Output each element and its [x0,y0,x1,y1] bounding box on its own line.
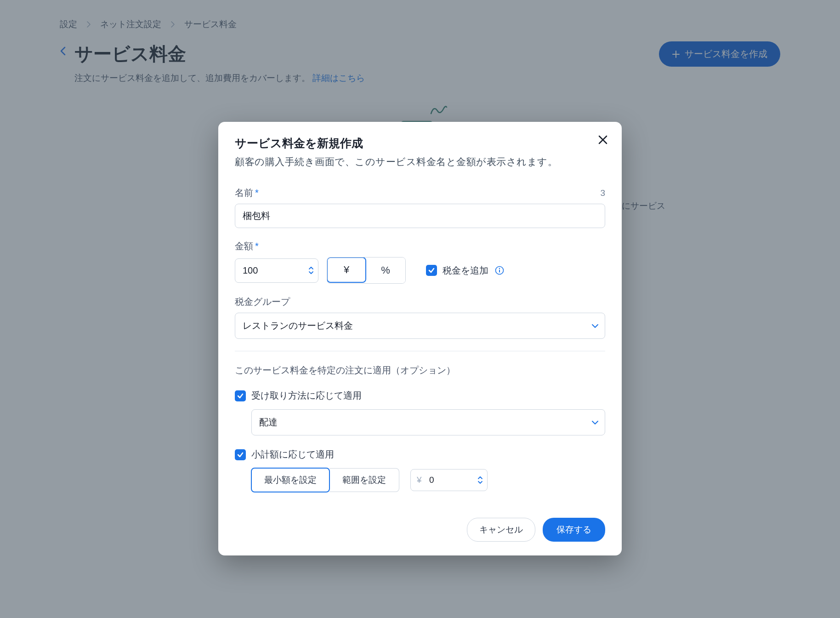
info-icon[interactable] [495,266,504,275]
add-tax-checkbox[interactable] [426,265,437,276]
create-service-fee-modal: サービス料金を新規作成 顧客の購入手続き画面で、このサービス料金名と金額が表示さ… [218,122,622,555]
tax-group-field-group: 税金グループ レストランのサービス料金 [235,296,605,339]
add-tax-label: 税金を追加 [443,264,488,277]
chevron-up-icon[interactable] [477,476,483,480]
apply-pickup-checkbox[interactable] [235,390,246,401]
apply-pickup-section: 受け取り方法に応じて適用 配達 [235,389,605,435]
apply-pickup-label: 受け取り方法に応じて適用 [251,389,362,402]
percent-button[interactable]: % [366,258,405,283]
tax-group-label: 税金グループ [235,296,290,308]
yen-button[interactable]: ¥ [327,257,366,283]
number-spinner [477,476,483,484]
subtotal-min-input[interactable] [410,469,488,491]
amount-field-group: 金額* ¥ % [235,240,605,284]
name-field-group: 名前* 3 [235,187,605,228]
chevron-down-icon[interactable] [477,481,483,484]
amount-type-segment: ¥ % [327,257,406,284]
apply-subtotal-section: 小計額に応じて適用 最小額を設定 範囲を設定 ¥ [235,448,605,492]
number-spinner [308,266,314,275]
apply-section-title: このサービス料金を特定の注文に適用（オプション） [235,364,605,377]
modal-header: サービス料金を新規作成 顧客の購入手続き画面で、このサービス料金名と金額が表示さ… [218,122,622,177]
amount-label: 金額* [235,240,259,252]
amount-input[interactable] [235,258,318,283]
modal-footer: キャンセル 保存する [218,505,622,555]
min-amount-button[interactable]: 最小額を設定 [251,468,330,492]
name-label: 名前* [235,187,259,199]
apply-subtotal-label: 小計額に応じて適用 [251,448,334,461]
save-button[interactable]: 保存する [543,518,605,542]
tax-group-select[interactable]: レストランのサービス料金 [235,313,605,339]
range-button[interactable]: 範囲を設定 [329,468,399,492]
chevron-down-icon[interactable] [308,271,314,275]
subtotal-mode-segment: 最小額を設定 範囲を設定 [251,468,399,492]
apply-subtotal-checkbox[interactable] [235,449,246,460]
modal-title: サービス料金を新規作成 [235,136,605,151]
close-icon[interactable] [598,135,608,145]
svg-point-1 [499,268,500,269]
currency-prefix: ¥ [417,475,422,485]
name-input[interactable] [235,204,605,228]
pickup-method-select[interactable]: 配達 [251,409,605,435]
chevron-up-icon[interactable] [308,266,314,270]
modal-subtitle: 顧客の購入手続き画面で、このサービス料金名と金額が表示されます。 [235,155,605,168]
cancel-button[interactable]: キャンセル [467,518,535,542]
name-char-count: 3 [600,188,605,198]
svg-rect-2 [499,270,500,273]
modal-overlay[interactable]: サービス料金を新規作成 顧客の購入手続き画面で、このサービス料金名と金額が表示さ… [0,0,840,618]
